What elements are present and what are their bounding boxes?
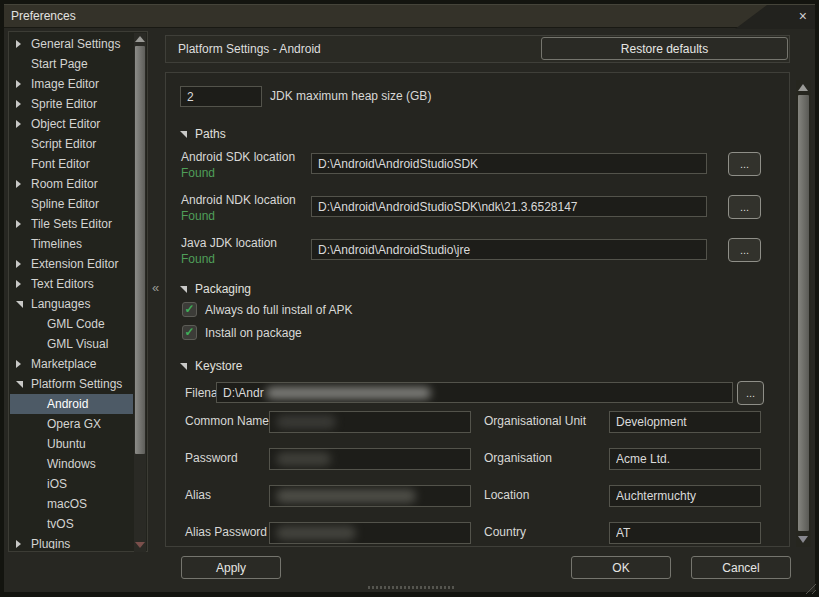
sidebar-item-platform-settings[interactable]: Platform Settings: [10, 374, 133, 394]
sidebar-scrollbar[interactable]: [134, 33, 146, 552]
sidebar-item-start-page[interactable]: Start Page: [10, 54, 133, 74]
path-input-java-jdk-location[interactable]: [311, 239, 707, 260]
path-input-android-sdk-location[interactable]: [311, 153, 707, 174]
cancel-button[interactable]: Cancel: [691, 556, 791, 579]
sidebar-item-label: Start Page: [31, 57, 88, 71]
sidebar-item-opera-gx[interactable]: Opera GX: [10, 414, 133, 434]
browse-button[interactable]: ...: [728, 152, 761, 176]
keystore-input-password[interactable]: [269, 448, 471, 470]
drag-handle-dots[interactable]: [368, 586, 454, 589]
keystore-label-alias-password: Alias Password: [185, 525, 267, 540]
apply-button[interactable]: Apply: [181, 556, 281, 579]
ok-button[interactable]: OK: [571, 556, 671, 579]
sidebar-item-gml-visual[interactable]: GML Visual: [10, 334, 133, 354]
settings-tree: General SettingsStart PageImage EditorSp…: [10, 34, 133, 549]
window-frame: [815, 0, 819, 597]
resize-grip[interactable]: [803, 581, 816, 594]
sidebar-scrollbar-thumb[interactable]: [135, 46, 145, 454]
window-title: Preferences: [11, 5, 76, 28]
collapsed-arrow-icon[interactable]: [16, 100, 21, 108]
filename-input[interactable]: D:\Andr: [216, 382, 733, 403]
keystore-input-alias[interactable]: [269, 485, 471, 507]
sidebar-item-macos[interactable]: macOS: [10, 494, 133, 514]
keystore-label-organisational-unit: Organisational Unit: [484, 414, 586, 429]
collapsed-arrow-icon[interactable]: [16, 180, 21, 188]
sidebar-item-gml-code[interactable]: GML Code: [10, 314, 133, 334]
sidebar-item-android[interactable]: Android: [10, 394, 133, 414]
close-icon[interactable]: ×: [799, 5, 807, 28]
sidebar-item-marketplace[interactable]: Marketplace: [10, 354, 133, 374]
keystore-input-alias-password[interactable]: [269, 522, 471, 544]
scroll-up-icon[interactable]: [135, 36, 145, 42]
sidebar-item-windows[interactable]: Windows: [10, 454, 133, 474]
sidebar-item-label: Room Editor: [31, 177, 98, 191]
sidebar-item-image-editor[interactable]: Image Editor: [10, 74, 133, 94]
checkbox-install-on-package[interactable]: ✓: [182, 325, 197, 340]
sidebar-item-label: iOS: [47, 477, 67, 491]
sidebar-item-spline-editor[interactable]: Spline Editor: [10, 194, 133, 214]
titlebar[interactable]: Preferences ×: [4, 4, 815, 28]
restore-defaults-button[interactable]: Restore defaults: [541, 37, 788, 60]
sidebar-item-extension-editor[interactable]: Extension Editor: [10, 254, 133, 274]
sidebar-item-tvos[interactable]: tvOS: [10, 514, 133, 534]
collapsed-arrow-icon[interactable]: [16, 80, 21, 88]
expanded-arrow-icon[interactable]: [16, 301, 23, 308]
sidebar-item-languages[interactable]: Languages: [10, 294, 133, 314]
sidebar-item-ubuntu[interactable]: Ubuntu: [10, 434, 133, 454]
section-packaging[interactable]: Packaging: [180, 282, 251, 296]
content-scrollbar[interactable]: [796, 80, 811, 547]
browse-button[interactable]: ...: [737, 381, 764, 405]
section-collapse-icon[interactable]: [180, 131, 187, 138]
sidebar-item-label: Extension Editor: [31, 257, 118, 271]
keystore-input-location[interactable]: [609, 485, 761, 507]
sidebar-item-label: Windows: [47, 457, 96, 471]
sidebar-item-sprite-editor[interactable]: Sprite Editor: [10, 94, 133, 114]
collapsed-arrow-icon[interactable]: [16, 540, 21, 548]
sidebar-item-plugins[interactable]: Plugins: [10, 534, 133, 549]
collapsed-arrow-icon[interactable]: [16, 40, 21, 48]
redacted-value-blur: [276, 452, 331, 466]
content-scrollbar-thumb[interactable]: [798, 95, 809, 531]
sidebar-item-text-editors[interactable]: Text Editors: [10, 274, 133, 294]
sidebar-item-script-editor[interactable]: Script Editor: [10, 134, 133, 154]
section-paths[interactable]: Paths: [180, 127, 226, 141]
scroll-up-icon[interactable]: [798, 84, 808, 91]
sidebar-item-room-editor[interactable]: Room Editor: [10, 174, 133, 194]
sidebar-item-object-editor[interactable]: Object Editor: [10, 114, 133, 134]
browse-button[interactable]: ...: [728, 195, 761, 219]
sidebar-item-label: Plugins: [31, 537, 70, 549]
collapsed-arrow-icon[interactable]: [16, 120, 21, 128]
collapsed-arrow-icon[interactable]: [16, 280, 21, 288]
expanded-arrow-icon[interactable]: [16, 381, 23, 388]
section-title: Paths: [195, 127, 226, 141]
collapsed-arrow-icon[interactable]: [16, 360, 21, 368]
sidebar-item-font-editor[interactable]: Font Editor: [10, 154, 133, 174]
collapse-sidebar-button[interactable]: «: [148, 280, 162, 296]
sidebar-item-label: Platform Settings: [31, 377, 122, 391]
section-keystore[interactable]: Keystore: [180, 359, 242, 373]
keystore-input-organisational-unit[interactable]: [609, 411, 761, 433]
keystore-input-common-name[interactable]: [269, 411, 471, 433]
heap-size-input[interactable]: [180, 86, 262, 107]
keystore-input-organisation[interactable]: [609, 448, 761, 470]
sidebar-item-tile-sets-editor[interactable]: Tile Sets Editor: [10, 214, 133, 234]
sidebar-item-label: Languages: [31, 297, 90, 311]
path-label-android-sdk-location: Android SDK location: [181, 150, 295, 165]
window-frame: [0, 0, 4, 597]
section-collapse-icon[interactable]: [180, 363, 187, 370]
sidebar-item-ios[interactable]: iOS: [10, 474, 133, 494]
scroll-down-icon[interactable]: [135, 542, 145, 548]
heap-size-label: JDK maximum heap size (GB): [270, 89, 431, 104]
collapsed-arrow-icon[interactable]: [16, 220, 21, 228]
keystore-input-country[interactable]: [609, 522, 761, 544]
sidebar-item-general-settings[interactable]: General Settings: [10, 34, 133, 54]
collapsed-arrow-icon[interactable]: [16, 260, 21, 268]
scroll-down-icon[interactable]: [798, 536, 808, 543]
arrow-slot: [16, 180, 31, 188]
sidebar-item-timelines[interactable]: Timelines: [10, 234, 133, 254]
checkbox-always-do-full-install-of-apk[interactable]: ✓: [182, 302, 197, 317]
browse-button[interactable]: ...: [728, 238, 761, 262]
section-collapse-icon[interactable]: [180, 286, 187, 293]
path-input-android-ndk-location[interactable]: [311, 196, 707, 217]
keystore-label-organisation: Organisation: [484, 451, 552, 466]
